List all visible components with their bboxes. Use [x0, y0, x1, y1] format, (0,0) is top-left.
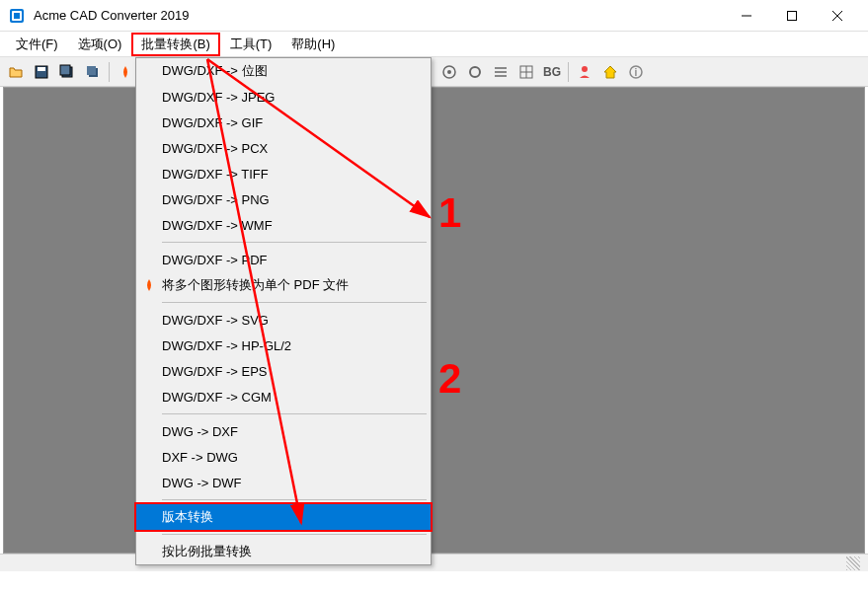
menu-options[interactable]: 选项(O)	[68, 33, 132, 56]
menu-dwg-dxf-eps[interactable]: DWG/DXF -> EPS	[136, 358, 431, 384]
menu-scale-batch[interactable]: 按比例批量转换	[136, 539, 431, 564]
menu-dwg-dxf-jpeg[interactable]: DWG/DXF -> JPEG	[136, 84, 431, 110]
svg-rect-10	[60, 65, 70, 75]
toolbar-separator	[568, 62, 569, 82]
menu-dwg-dxf-pdf[interactable]: DWG/DXF -> PDF	[136, 247, 431, 272]
dropdown-separator	[162, 242, 427, 243]
resize-grip-icon	[846, 556, 860, 570]
menu-dwg-dxf-svg[interactable]: DWG/DXF -> SVG	[136, 307, 431, 333]
toolbar-separator	[109, 62, 110, 82]
svg-text:i: i	[635, 67, 638, 78]
save-icon[interactable]	[30, 60, 53, 84]
svg-rect-16	[495, 67, 507, 69]
svg-rect-4	[788, 11, 797, 20]
svg-rect-2	[14, 13, 20, 19]
menu-batch-convert[interactable]: 批量转换(B)	[131, 33, 219, 56]
flame-icon[interactable]	[114, 60, 137, 84]
grid-icon[interactable]	[514, 60, 538, 84]
stack-icon[interactable]	[489, 60, 513, 84]
menu-dwg-dxf-wmf[interactable]: DWG/DXF -> WMF	[136, 212, 431, 238]
flame-icon	[140, 276, 158, 294]
menu-dwg-dxf-pcx[interactable]: DWG/DXF -> PCX	[136, 135, 431, 161]
menubar: 文件(F) 选项(O) 批量转换(B) 工具(T) 帮助(H)	[0, 32, 868, 57]
toolbar: BG i	[0, 57, 868, 87]
menu-file[interactable]: 文件(F)	[6, 33, 68, 56]
statusbar	[0, 554, 868, 571]
save-multi-icon[interactable]	[55, 60, 79, 84]
gear-icon[interactable]	[463, 60, 487, 84]
close-button[interactable]	[815, 0, 860, 32]
svg-point-22	[582, 66, 588, 72]
bg-button[interactable]: BG	[540, 60, 564, 84]
dropdown-separator	[162, 499, 427, 500]
svg-rect-17	[495, 71, 507, 73]
open-icon[interactable]	[4, 60, 28, 84]
menu-help[interactable]: 帮助(H)	[281, 33, 345, 56]
dropdown-separator	[162, 413, 427, 414]
minimize-button[interactable]	[724, 0, 769, 32]
dropdown-separator	[162, 534, 427, 535]
home-icon[interactable]	[598, 60, 622, 84]
settings-icon[interactable]	[437, 60, 461, 84]
person-icon[interactable]	[573, 60, 596, 84]
menu-dwg-dxf-tiff[interactable]: DWG/DXF -> TIFF	[136, 161, 431, 186]
window-controls	[724, 0, 860, 32]
titlebar: Acme CAD Converter 2019	[0, 0, 868, 32]
menu-dxf-to-dwg[interactable]: DXF -> DWG	[136, 444, 431, 470]
batch-convert-dropdown: DWG/DXF -> 位图 DWG/DXF -> JPEG DWG/DXF ->…	[135, 57, 432, 565]
menu-dwg-dxf-png[interactable]: DWG/DXF -> PNG	[136, 186, 431, 212]
svg-point-15	[470, 67, 480, 77]
info-icon[interactable]: i	[624, 60, 648, 84]
save-all-icon[interactable]	[81, 60, 105, 84]
dropdown-separator	[162, 302, 427, 303]
menu-dwg-dxf-hpgl[interactable]: DWG/DXF -> HP-GL/2	[136, 333, 431, 358]
maximize-button[interactable]	[769, 0, 815, 32]
menu-tools[interactable]: 工具(T)	[220, 33, 282, 56]
menu-dwg-dxf-cgm[interactable]: DWG/DXF -> CGM	[136, 384, 431, 409]
menu-merge-pdf[interactable]: 将多个图形转换为单个 PDF 文件	[136, 272, 431, 298]
workspace	[3, 87, 865, 554]
svg-rect-8	[38, 67, 45, 71]
menu-version-convert[interactable]: 版本转换	[136, 504, 431, 530]
menu-dwg-dxf-bitmap[interactable]: DWG/DXF -> 位图	[136, 58, 431, 84]
menu-dwg-to-dxf[interactable]: DWG -> DXF	[136, 418, 431, 444]
menu-dwg-to-dwf[interactable]: DWG -> DWF	[136, 470, 431, 495]
app-icon	[8, 7, 26, 25]
svg-rect-12	[87, 66, 96, 75]
window-title: Acme CAD Converter 2019	[34, 8, 724, 23]
svg-rect-18	[495, 75, 507, 77]
menu-dwg-dxf-gif[interactable]: DWG/DXF -> GIF	[136, 110, 431, 135]
svg-point-14	[447, 70, 451, 74]
menu-merge-pdf-label: 将多个图形转换为单个 PDF 文件	[162, 276, 349, 294]
